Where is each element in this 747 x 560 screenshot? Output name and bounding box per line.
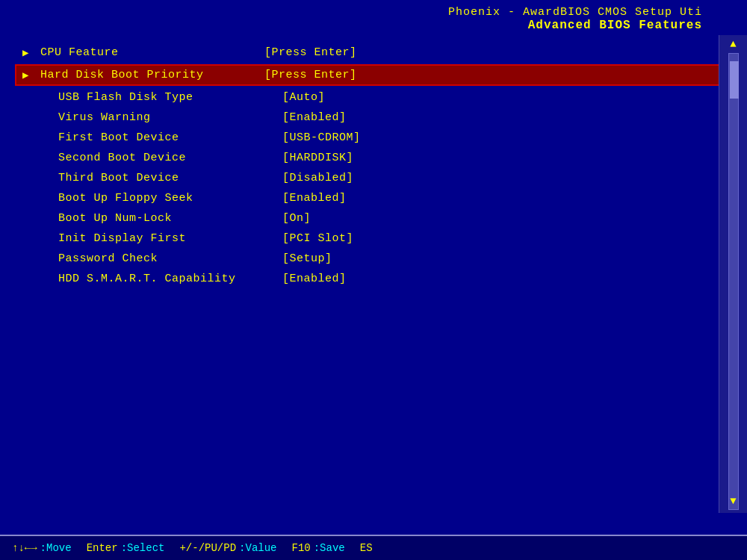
footer-move: ↑↓←→ :Move (12, 542, 72, 554)
menu-item-hard-disk-boot-priority[interactable]: ▶Hard Disk Boot Priority[Press Enter] (15, 64, 725, 86)
menu-item-label: USB Flash Disk Type (58, 91, 282, 104)
main-area: ▶CPU Feature[Press Enter]▶Hard Disk Boot… (0, 35, 747, 513)
menu-item-value: [Auto] (282, 91, 325, 104)
menu-item-cpu-feature[interactable]: ▶CPU Feature[Press Enter] (22, 43, 719, 63)
footer-desc-move: :Move (40, 542, 72, 554)
scroll-down-arrow[interactable]: ▼ (730, 495, 736, 507)
footer-key-move: ↑↓←→ (12, 542, 37, 554)
footer-value: +/-/PU/PD :Value (179, 542, 276, 554)
menu-item-label: Password Check (58, 252, 282, 265)
menu-item-label: HDD S.M.A.R.T. Capability (58, 273, 282, 285)
menu-item-second-boot-device[interactable]: Second Boot Device[HARDDISK] (22, 148, 719, 168)
menu-item-value: [HARDDISK] (282, 152, 353, 164)
menu-item-label: Hard Disk Boot Priority (40, 69, 264, 81)
footer: ↑↓←→ :Move Enter :Select +/-/PU/PD :Valu… (0, 535, 747, 560)
menu-item-value: [Enabled] (282, 273, 347, 285)
menu-item-virus-warning[interactable]: Virus Warning[Enabled] (22, 108, 719, 128)
footer-esc: ES (360, 542, 373, 554)
menu-item-value: [Enabled] (282, 111, 347, 124)
menu-item-label: Virus Warning (58, 111, 282, 124)
menu-item-value: [Enabled] (282, 192, 347, 205)
menu-item-label: CPU Feature (40, 46, 264, 59)
submenu-arrow-icon: ▶ (22, 69, 34, 81)
menu-item-label: Second Boot Device (58, 152, 282, 164)
menu-item-value: [Disabled] (282, 172, 353, 184)
menu-item-label: First Boot Device (58, 131, 282, 144)
footer-select: Enter :Select (87, 542, 165, 554)
menu-item-value: [USB-CDROM] (282, 131, 361, 144)
menu-item-boot-up-floppy-seek[interactable]: Boot Up Floppy Seek[Enabled] (22, 188, 719, 208)
menu-item-value: [Press Enter] (264, 46, 357, 59)
menu-item-value: [Press Enter] (264, 69, 357, 81)
header: Phoenix - AwardBIOS CMOS Setup Uti Advan… (0, 0, 747, 35)
submenu-arrow-icon: ▶ (22, 46, 34, 59)
menu-item-label: Init Display First (58, 232, 282, 245)
menu-item-boot-up-num-lock[interactable]: Boot Up Num-Lock[On] (22, 208, 719, 228)
footer-save: F10 :Save (292, 542, 345, 554)
menu-item-value: [Setup] (282, 252, 332, 265)
header-title: Phoenix - AwardBIOS CMOS Setup Uti (0, 6, 702, 19)
bios-screen: Phoenix - AwardBIOS CMOS Setup Uti Advan… (0, 0, 747, 560)
menu-item-value: [PCI Slot] (282, 232, 353, 245)
menu-item-label: Boot Up Num-Lock (58, 212, 282, 225)
footer-key-esc: ES (360, 542, 373, 554)
menu-item-hdd-smart-capability[interactable]: HDD S.M.A.R.T. Capability[Enabled] (22, 269, 719, 289)
footer-desc-f10: :Save (314, 542, 345, 554)
footer-key-enter: Enter (87, 542, 118, 554)
menu-item-label: Third Boot Device (58, 172, 282, 184)
header-subtitle: Advanced BIOS Features (0, 19, 702, 32)
menu-item-value: [On] (282, 212, 311, 225)
menu-item-third-boot-device[interactable]: Third Boot Device[Disabled] (22, 168, 719, 188)
footer-key-f10: F10 (292, 542, 311, 554)
menu-item-usb-flash-disk-type[interactable]: USB Flash Disk Type[Auto] (22, 87, 719, 108)
scroll-thumb (730, 61, 739, 99)
scroll-track (728, 53, 739, 510)
menu-item-password-check[interactable]: Password Check[Setup] (22, 249, 719, 269)
footer-desc-value: :Value (239, 542, 276, 554)
menu-item-first-boot-device[interactable]: First Boot Device[USB-CDROM] (22, 128, 719, 148)
menu-item-label: Boot Up Floppy Seek (58, 192, 282, 205)
footer-key-value: +/-/PU/PD (179, 542, 236, 554)
footer-desc-enter: :Select (121, 542, 165, 554)
menu-item-init-display-first[interactable]: Init Display First[PCI Slot] (22, 228, 719, 249)
menu-panel: ▶CPU Feature[Press Enter]▶Hard Disk Boot… (0, 35, 719, 513)
scroll-up-arrow[interactable]: ▲ (730, 38, 736, 50)
scrollbar[interactable]: ▲ ▼ (719, 35, 747, 513)
